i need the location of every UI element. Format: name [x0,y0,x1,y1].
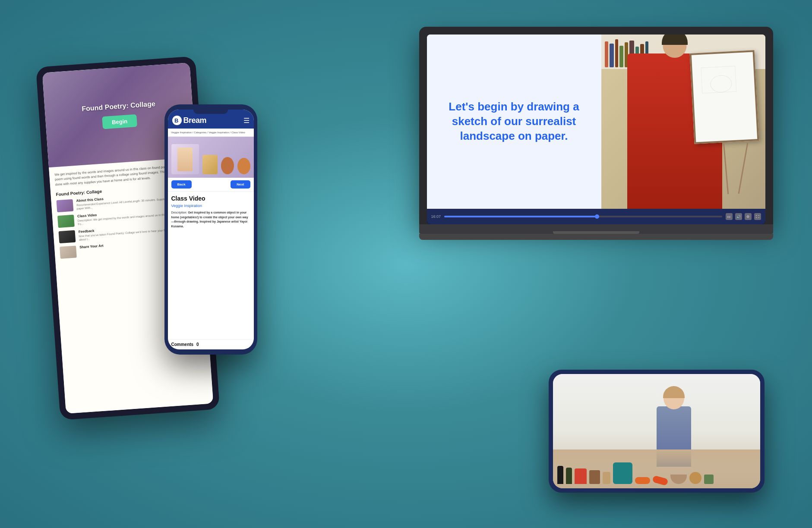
phone-landscape-screen [553,374,760,488]
video-progress-dot [595,214,599,219]
bream-b-icon: B [174,117,180,123]
laptop-video-area: Let's begin by drawing a sketch of our s… [427,35,765,209]
laptop-stand [419,234,773,240]
list-thumb-video [57,214,74,228]
bream-logo-icon: B [172,116,182,125]
class-video-title: Class Video [171,195,250,202]
class-description: Description: Get inspired by a common ob… [171,211,250,229]
laptop-screen: Let's begin by drawing a sketch of our s… [427,35,765,224]
laptop-video-controls[interactable]: 16:07 cc 🔊 ⚙ ⛶ [427,209,765,224]
volume-icon[interactable]: 🔊 [735,213,742,220]
comments-section: Comments 0 [168,339,254,349]
phone-notch [193,110,228,114]
video-progress-bar[interactable] [444,216,722,217]
svg-text:B: B [174,117,178,123]
back-button[interactable]: Back [171,180,192,189]
class-name-link[interactable]: Veggie Inspiration [171,204,250,208]
phone-video-thumbnail [168,137,254,178]
phone-nav-buttons: Back Next [168,178,254,192]
comments-label: Comments [171,342,194,347]
video-timestamp: 16:07 [431,214,441,219]
video-progress-fill [444,216,597,217]
laptop-base [419,224,773,234]
marketing-scene: Found Poetry: Collage Begin We get inspi… [39,27,773,501]
bream-logo-text: Bream [183,116,207,125]
phone-portrait-screen: B Bream ☰ Veggie Inspiration / Categorie… [168,110,254,349]
breadcrumb: Veggie Inspiration / Categories / Veggie… [168,129,254,137]
tablet-begin-button[interactable]: Begin [102,114,137,129]
phone-content: Class Video Veggie Inspiration Descripti… [168,192,254,339]
captions-icon[interactable]: cc [726,213,733,220]
next-button[interactable]: Next [231,180,250,189]
list-item-title: Share Your Art [79,244,103,249]
laptop-video-text: Let's begin by drawing a sketch of our s… [440,100,588,143]
phone-portrait-device: B Bream ☰ Veggie Inspiration / Categorie… [164,104,257,355]
laptop-device: Let's begin by drawing a sketch of our s… [419,27,773,240]
video-control-icons: cc 🔊 ⚙ ⛶ [726,213,761,220]
laptop-screen-wrap: Let's begin by drawing a sketch of our s… [427,35,765,224]
laptop-body: Let's begin by drawing a sketch of our s… [419,27,773,224]
comments-count: 0 [196,342,199,347]
laptop-video-left: Let's begin by drawing a sketch of our s… [427,35,601,209]
list-thumb-share [59,245,76,259]
list-thumb-feedback [58,230,76,243]
phone-landscape-video [553,374,760,488]
list-text-share: Share Your Art [79,244,103,250]
settings-icon[interactable]: ⚙ [745,213,752,220]
laptop-video-right [601,35,765,209]
phone-logo: B Bream [172,116,207,125]
phone-landscape-device [549,370,765,493]
list-thumb-about [56,199,73,212]
fullscreen-icon[interactable]: ⛶ [754,213,761,220]
hamburger-icon[interactable]: ☰ [243,116,250,125]
